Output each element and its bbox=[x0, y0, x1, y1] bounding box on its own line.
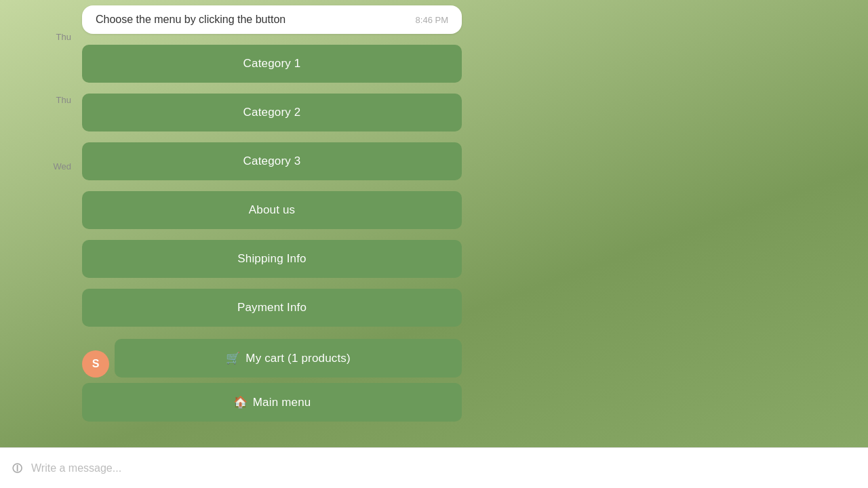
category1-button[interactable]: Category 1 bbox=[82, 45, 462, 83]
main-menu-button[interactable]: 🏠 Main menu bbox=[82, 383, 462, 422]
category2-button[interactable]: Category 2 bbox=[82, 94, 462, 131]
cart-icon: 🛒 bbox=[226, 351, 240, 365]
info-bubble-time: 8:46 PM bbox=[416, 15, 448, 25]
cart-label: My cart (1 products) bbox=[245, 352, 351, 365]
about-us-button[interactable]: About us bbox=[82, 191, 462, 229]
info-bubble-text: Choose the menu by clicking the button bbox=[96, 14, 285, 26]
bottom-bar: ⊘ bbox=[0, 447, 868, 488]
category3-button[interactable]: Category 3 bbox=[82, 142, 462, 180]
message-input[interactable] bbox=[31, 462, 857, 474]
home-icon: 🏠 bbox=[233, 395, 248, 409]
info-bubble: Choose the menu by clicking the button 8… bbox=[82, 5, 462, 34]
sidebar: Thu Thu Wed bbox=[0, 0, 78, 441]
day-label-thu-2: Thu bbox=[56, 96, 71, 104]
my-cart-button[interactable]: 🛒 My cart (1 products) bbox=[115, 339, 462, 378]
shipping-info-button[interactable]: Shipping Info bbox=[82, 240, 462, 278]
attachment-icon[interactable]: ⊘ bbox=[6, 458, 27, 479]
avatar: S bbox=[82, 350, 109, 378]
day-label-thu-1: Thu bbox=[56, 33, 71, 41]
day-label-wed: Wed bbox=[54, 162, 72, 171]
message-container: Choose the menu by clicking the button 8… bbox=[82, 5, 462, 427]
cart-row: S 🛒 My cart (1 products) bbox=[82, 339, 462, 378]
chat-area: Choose the menu by clicking the button 8… bbox=[78, 0, 868, 441]
main-menu-label: Main menu bbox=[253, 396, 311, 409]
payment-info-button[interactable]: Payment Info bbox=[82, 289, 462, 327]
